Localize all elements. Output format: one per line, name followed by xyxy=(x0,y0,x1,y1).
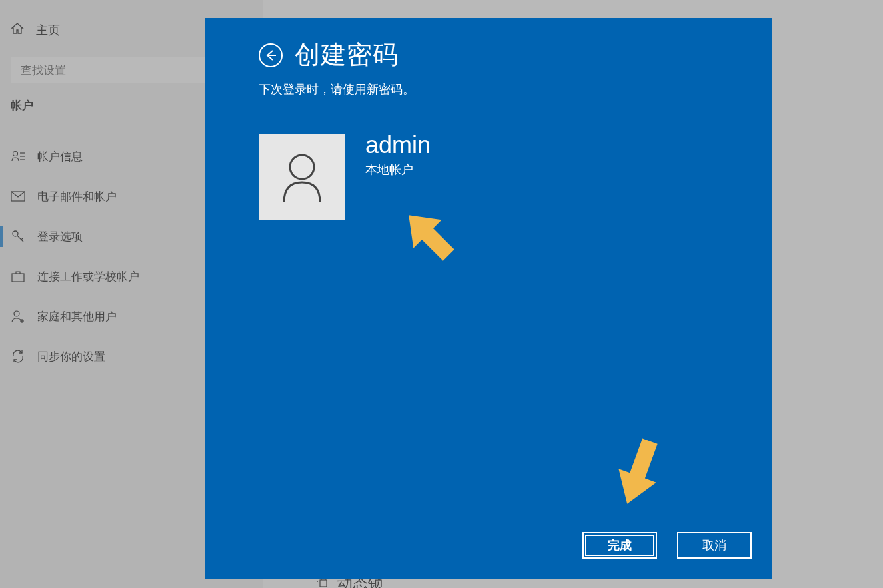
arrow-left-icon xyxy=(264,49,277,62)
dialog-subtitle: 下次登录时，请使用新密码。 xyxy=(259,81,718,97)
dialog-title: 创建密码 xyxy=(295,38,399,72)
finish-button[interactable]: 完成 xyxy=(582,532,657,559)
svg-point-15 xyxy=(290,155,314,179)
user-name: admin xyxy=(365,131,431,159)
user-account-type: 本地帐户 xyxy=(365,162,431,178)
cancel-button[interactable]: 取消 xyxy=(677,532,752,559)
tutorial-arrow-icon xyxy=(603,426,676,513)
user-info-block: admin 本地帐户 xyxy=(259,134,718,220)
create-password-dialog: 创建密码 下次登录时，请使用新密码。 admin 本地帐户 完成 取消 xyxy=(205,18,772,579)
person-icon xyxy=(279,150,325,204)
avatar xyxy=(259,134,345,220)
back-button[interactable] xyxy=(259,43,283,67)
tutorial-arrow-icon xyxy=(390,196,470,276)
